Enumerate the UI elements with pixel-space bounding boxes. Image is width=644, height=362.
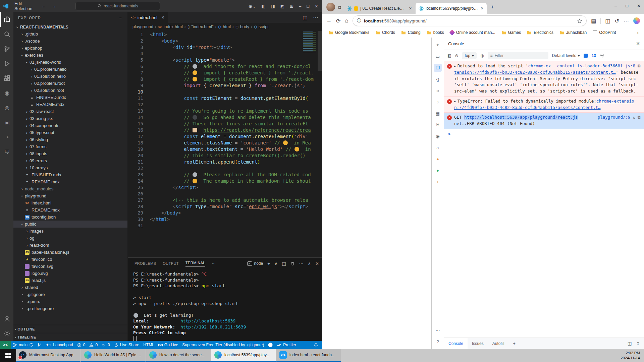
- tree-item[interactable]: ›04.components: [13, 122, 127, 129]
- copy-icon[interactable]: ⧉: [638, 114, 641, 121]
- more-menu-icon[interactable]: ⋯: [624, 18, 629, 24]
- tree-item[interactable]: logo.svg: [13, 270, 127, 277]
- breadcrumb-item[interactable]: index.html: [164, 24, 183, 29]
- tree-item[interactable]: ›playground: [13, 192, 127, 199]
- tree-item[interactable]: ›01.solution.hello: [13, 73, 127, 80]
- tree-item[interactable]: ›02.solution.root: [13, 87, 127, 94]
- panel-tab-problems[interactable]: PROBLEMS: [131, 258, 159, 269]
- network-icon[interactable]: ≈: [434, 86, 442, 95]
- maximize-button[interactable]: □: [307, 4, 309, 9]
- history-icon[interactable]: ↺: [615, 18, 619, 24]
- activity-comments[interactable]: 🗨: [0, 145, 13, 160]
- replay-icon[interactable]: ↻: [633, 114, 636, 121]
- status-warn-count[interactable]: 0: [87, 341, 100, 349]
- more-tools-icon[interactable]: ⋯: [434, 326, 442, 334]
- home-icon[interactable]: ⌂: [345, 18, 348, 24]
- activity-mattermost[interactable]: ◔: [0, 130, 13, 145]
- breadcrumb-item[interactable]: playground: [132, 24, 153, 29]
- tree-item[interactable]: ›public: [13, 221, 127, 228]
- message-link[interactable]: http://localhost:5639/app/playground/rea…: [464, 115, 578, 120]
- tree-root[interactable]: ›REACT-FUNDAMENTALS: [13, 23, 127, 31]
- tree-item[interactable]: ≡FINISHED.mdx: [13, 171, 127, 178]
- layout-icon[interactable]: ⊞: [290, 4, 293, 9]
- copilot-icon[interactable]: [633, 17, 640, 24]
- drawer-tab-autofill[interactable]: Autofill: [488, 338, 509, 349]
- editor-scrollbar[interactable]: [318, 31, 322, 71]
- close-button[interactable]: ✕: [315, 4, 318, 9]
- performance-icon[interactable]: ◔: [434, 98, 442, 106]
- bookmark-item[interactable]: Electronics: [524, 30, 556, 35]
- editor-tab-index-html[interactable]: <> index.html ✕: [128, 12, 168, 23]
- split-editor-icon[interactable]: ◫: [303, 14, 308, 21]
- application-icon[interactable]: ⌸: [434, 121, 442, 129]
- browser-tab[interactable]: localhost:5639/app/playground/✕: [416, 3, 487, 14]
- browser-tab[interactable]: | 01. Create React Elements | 0✕: [344, 3, 415, 14]
- status-remote[interactable]: ><: [0, 341, 11, 349]
- activity-run-debug[interactable]: [0, 56, 13, 71]
- new-terminal-icon[interactable]: +: [267, 261, 270, 266]
- tree-item[interactable]: ›02.problem.root: [13, 80, 127, 87]
- tree-item[interactable]: ›05.typescript: [13, 129, 127, 136]
- devtools-close-icon[interactable]: ✕: [636, 41, 640, 46]
- status-supermaven[interactable]: Supermaven Free Tier (disabled by .gitig…: [180, 341, 266, 349]
- console-panel-icon[interactable]: ❒: [434, 64, 442, 72]
- source-link[interactable]: playground/:9: [598, 114, 631, 121]
- activity-files[interactable]: [0, 12, 13, 27]
- console-filter-input[interactable]: ≡ Filter: [488, 52, 548, 59]
- activity-extensions[interactable]: [0, 71, 13, 86]
- activity-search[interactable]: [0, 27, 13, 42]
- workspaces-icon[interactable]: ⧉: [338, 4, 341, 10]
- profile-avatar[interactable]: [326, 3, 335, 11]
- help-icon[interactable]: ?: [434, 338, 442, 346]
- status-bell[interactable]: [312, 341, 320, 349]
- tree-item[interactable]: ›.github: [13, 31, 127, 38]
- panel-tabs-more[interactable]: ⋯: [209, 258, 219, 269]
- tree-item[interactable]: ›exercises: [13, 52, 127, 59]
- cookie-icon[interactable]: ●: [434, 155, 442, 163]
- dock-icon[interactable]: ◫: [628, 341, 632, 346]
- editor-more-icon[interactable]: ⋯: [313, 14, 318, 21]
- terminal-output[interactable]: PS E:\react-fundamentals> ^CPS E:\react-…: [128, 269, 322, 342]
- tree-item[interactable]: ●.gitignore: [13, 291, 127, 298]
- menu-item-selection[interactable]: Selection: [11, 6, 35, 11]
- minimap[interactable]: [303, 32, 317, 52]
- nav-back-icon[interactable]: ←: [41, 4, 46, 9]
- breadcrumb-item[interactable]: script: [259, 24, 269, 29]
- tree-item[interactable]: ≡README.mdx: [13, 206, 127, 214]
- tree-item[interactable]: JSbabel-standalone.js: [13, 249, 127, 256]
- breadcrumb-item[interactable]: body: [240, 24, 249, 29]
- nav-forward-icon[interactable]: →: [52, 4, 56, 9]
- source-link[interactable]: content.ts-loader-3ed3668f.js:8: [557, 63, 635, 69]
- refresh-icon[interactable]: ⟳: [336, 18, 340, 24]
- split-screen-icon[interactable]: ◫: [605, 18, 610, 24]
- bookmark-item[interactable]: Juhachiban: [557, 30, 589, 35]
- terminal-shell-item[interactable]: >_node: [247, 261, 263, 266]
- security-icon[interactable]: ◉: [434, 132, 442, 140]
- activity-source-control[interactable]: [0, 42, 13, 56]
- issues-count[interactable]: 13: [592, 53, 596, 58]
- console-message[interactable]: ✕content.ts-loader-3ed3668f.js:8⧉▶Refuse…: [444, 61, 644, 97]
- console-sidebar-icon[interactable]: ◧: [447, 53, 451, 58]
- console-settings-icon[interactable]: [600, 53, 604, 58]
- tree-item[interactable]: ›og: [13, 235, 127, 242]
- menu-item-edit[interactable]: Edit: [11, 1, 35, 6]
- bookmark-item[interactable]: Coding: [398, 30, 423, 35]
- taskbar-clock[interactable]: 2:02 PM 2024-11-14: [621, 349, 644, 362]
- close-panel-icon[interactable]: ✕: [315, 261, 319, 266]
- expand-caret-icon[interactable]: ▶: [454, 65, 456, 68]
- taskbar-task[interactable]: Hello World in JS | Epic React by K...: [81, 349, 146, 362]
- panel-tab-terminal[interactable]: TERMINAL: [182, 258, 209, 269]
- status-prettier[interactable]: Prettier: [275, 341, 298, 349]
- tree-item[interactable]: ›react-dom: [13, 242, 127, 249]
- explorer-more-icon[interactable]: ⋯: [119, 16, 123, 20]
- bookmark-item[interactable]: Games: [499, 30, 524, 35]
- console-prompt[interactable]: >: [444, 129, 644, 139]
- drawer-tab-issues[interactable]: Issues: [468, 338, 488, 349]
- back-icon[interactable]: ←: [326, 18, 332, 24]
- activity-remote-pointer[interactable]: ◎: [0, 101, 13, 115]
- bookmark-item[interactable]: OctoPrint: [590, 30, 619, 35]
- home-icon[interactable]: ⌂: [434, 143, 442, 152]
- tree-item[interactable]: ›.vscode: [13, 38, 127, 45]
- drawer-add-tab[interactable]: +: [509, 338, 520, 349]
- start-button[interactable]: [0, 349, 16, 362]
